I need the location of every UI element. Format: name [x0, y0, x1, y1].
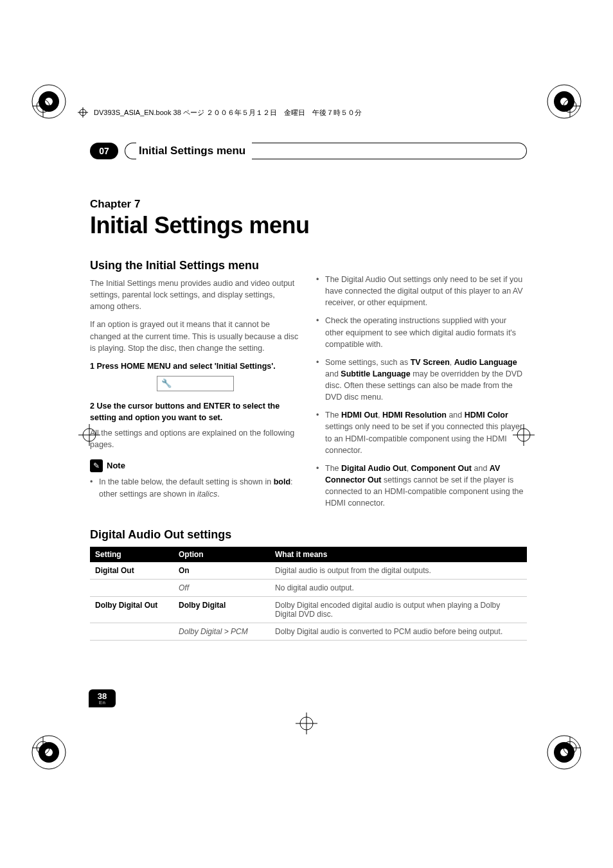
print-header-text: DV393S_ASIA_EN.book 38 ページ ２００６年５月１２日 金曜… [94, 108, 362, 118]
cell-option: Dolby Digital > PCM [173, 623, 270, 641]
bullet-item: Some settings, such as TV Screen, Audio … [316, 357, 527, 403]
bullet-item: The Digital Audio Out settings only need… [316, 274, 527, 308]
chapter-number-pill: 07 [90, 143, 118, 159]
bullet-text-mid: and [325, 369, 341, 378]
bullet-bold: TV Screen [411, 358, 450, 367]
table-row: Dolby Digital Out Dolby Digital Dolby Di… [90, 597, 527, 623]
registration-mark-icon [553, 89, 587, 123]
th-meaning: What it means [270, 547, 527, 562]
table-row: Off No digital audio output. [90, 580, 527, 597]
section-heading: Using the Initial Settings menu [90, 257, 301, 274]
bullet-text-mid: , [378, 411, 382, 420]
bullet-text-mid: and [472, 464, 490, 473]
bullet-bold: Component Out [411, 464, 472, 473]
registration-mark-small-icon [77, 107, 89, 118]
bullet-text-mid: , [407, 464, 411, 473]
spanner-icon: 🔧 [161, 378, 172, 390]
print-header: DV393S_ASIA_EN.book 38 ページ ２００６年５月１２日 金曜… [77, 105, 536, 120]
cell-setting: Dolby Digital Out [90, 597, 173, 623]
page-number-badge: 38 En [89, 689, 116, 707]
note-bullet: In the table below, the default setting … [90, 476, 301, 499]
cell-meaning: Dolby Digital audio is converted to PCM … [270, 623, 527, 641]
note-text-pre: In the table below, the default setting … [99, 477, 274, 486]
registration-mark-icon [289, 706, 324, 741]
bullet-text-post: settings only need to be set if you conn… [325, 422, 522, 454]
bullet-bold: Digital Audio Out [341, 464, 407, 473]
bullet-item: Check the operating instructions supplie… [316, 315, 527, 350]
bullet-bold: HDMI Resolution [382, 411, 447, 420]
chapter-header-bar: 07 Initial Settings menu [90, 143, 527, 159]
bullet-text-pre: Some settings, such as [325, 358, 411, 367]
page-number: 38 [98, 692, 107, 700]
table-row: Digital Out On Digital audio is output f… [90, 562, 527, 580]
bullet-text-pre: The [325, 411, 341, 420]
cell-meaning: Dolby Digital encoded digital audio is o… [270, 597, 527, 623]
note-label: Note [107, 460, 125, 472]
bullet-text: Check the operating instructions supplie… [325, 316, 516, 348]
table-section-heading: Digital Audio Out settings [90, 528, 527, 542]
step-2: 2 Use the cursor buttons and ENTER to se… [90, 400, 301, 423]
note-header: ✎ Note [90, 459, 301, 472]
bullet-bold: HDMI Color [465, 411, 508, 420]
note-text-italic: italics [197, 490, 217, 499]
page-title: Initial Settings menu [90, 212, 527, 239]
chapter-label: Chapter 7 [90, 198, 527, 211]
table-row: Dolby Digital > PCM Dolby Digital audio … [90, 623, 527, 641]
note-text-bold: bold [274, 477, 290, 486]
chapter-bar-outline [252, 143, 527, 159]
page-language: En [99, 700, 105, 705]
bullet-bold: HDMI Out [341, 411, 378, 420]
bullet-bold: Subtitle Language [341, 369, 410, 378]
note-pencil-icon: ✎ [90, 459, 103, 472]
table-header-row: Setting Option What it means [90, 547, 527, 562]
chapter-bracket-icon [125, 143, 136, 159]
left-column: Using the Initial Settings menu The Init… [90, 257, 301, 515]
bullet-bold: Audio Language [454, 358, 517, 367]
bullet-item: The Digital Audio Out, Component Out and… [316, 463, 527, 509]
paragraph: The Initial Settings menu provides audio… [90, 278, 301, 312]
chapter-bar-title: Initial Settings menu [139, 145, 245, 157]
registration-mark-icon [26, 731, 60, 765]
cell-option: Dolby Digital [173, 597, 270, 623]
th-setting: Setting [90, 547, 173, 562]
step-1: 1 Press HOME MENU and select 'Initial Se… [90, 360, 301, 372]
cell-meaning: Digital audio is output from the digital… [270, 562, 527, 580]
cell-meaning: No digital audio output. [270, 580, 527, 597]
note-text-post: . [217, 490, 219, 499]
bullet-text-mid: , [450, 358, 454, 367]
registration-mark-icon [26, 89, 60, 123]
right-column: The Digital Audio Out settings only need… [316, 257, 527, 515]
initial-settings-box: 🔧 [157, 376, 234, 391]
bullet-item: The HDMI Out, HDMI Resolution and HDMI C… [316, 409, 527, 456]
bullet-text-mid: and [447, 411, 465, 420]
paragraph: If an option is grayed out it means that… [90, 319, 301, 353]
cell-setting: Digital Out [90, 562, 173, 580]
th-option: Option [173, 547, 270, 562]
step-2-followup: All the settings and options are explain… [90, 427, 301, 450]
cell-option: Off [173, 580, 270, 597]
registration-mark-icon [553, 731, 587, 765]
bullet-text-pre: The [325, 464, 341, 473]
cell-setting [90, 580, 173, 597]
cell-setting [90, 623, 173, 641]
bullet-text: The Digital Audio Out settings only need… [325, 275, 523, 307]
digital-audio-out-table: Setting Option What it means Digital Out… [90, 547, 527, 641]
cell-option: On [173, 562, 270, 580]
